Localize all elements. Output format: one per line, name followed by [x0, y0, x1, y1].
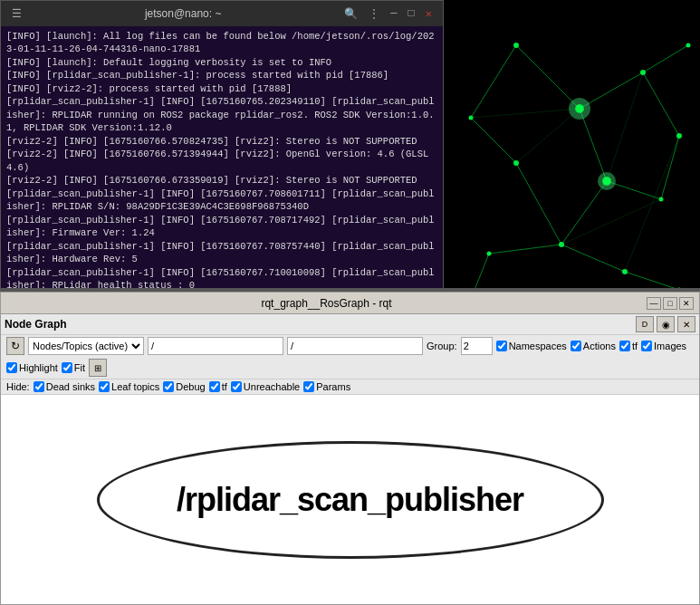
debug-checkbox-label[interactable]: Debug [163, 381, 205, 392]
rqt-canvas[interactable]: /rplidar_scan_publisher [1, 395, 699, 604]
images-checkbox[interactable] [641, 341, 652, 351]
hide-tf-label: tf [222, 381, 227, 392]
debug-label: Debug [176, 381, 205, 392]
terminal-output: [INFO] [launch]: All log files can be fo… [6, 30, 437, 307]
terminal-titlebar: ☰ jetson@nano: ~ 🔍 ⋮ — □ ✕ [1, 1, 443, 26]
unreachable-label: Unreachable [244, 381, 300, 392]
namespaces-checkbox[interactable] [496, 341, 507, 351]
svg-rect-0 [444, 0, 700, 308]
close-icon[interactable]: ✕ [422, 5, 436, 23]
actions-checkbox[interactable] [571, 341, 581, 351]
namespaces-label: Namespaces [509, 341, 567, 351]
terminal-menu-icon[interactable]: ☰ [8, 5, 25, 23]
params-checkbox[interactable] [303, 381, 314, 392]
hide-tf-checkbox-label[interactable]: tf [209, 381, 227, 392]
fit-checkbox-label[interactable]: Fit [62, 362, 85, 373]
display-mode-select[interactable]: Nodes/Topics (active) [28, 337, 144, 355]
fit-icon-button[interactable]: ⊞ [89, 359, 107, 377]
minimize-icon[interactable]: — [387, 5, 400, 23]
terminal-titlebar-left: ☰ [8, 5, 25, 23]
fit-label: Fit [74, 362, 85, 373]
images-label: Images [654, 341, 686, 351]
rqt-window-controls: — □ ✕ [647, 297, 694, 310]
leaf-topics-checkbox[interactable] [99, 381, 110, 392]
group-spinbox[interactable] [461, 337, 493, 355]
svg-point-26 [686, 43, 691, 48]
unreachable-checkbox[interactable] [231, 381, 242, 392]
terminal-menu-dots[interactable]: ⋮ [365, 5, 383, 23]
leaf-topics-label: Leaf topics [111, 381, 159, 392]
dead-sinks-checkbox[interactable] [34, 381, 44, 392]
filter2-input[interactable] [287, 337, 423, 355]
rqt-close-button[interactable]: ✕ [679, 297, 694, 310]
tf-checkbox-label[interactable]: tf [619, 341, 638, 351]
highlight-checkbox[interactable] [6, 362, 17, 373]
node-graph-header: Node Graph D ◉ ✕ [1, 314, 699, 335]
params-checkbox-label[interactable]: Params [303, 381, 350, 392]
svg-point-16 [513, 43, 519, 48]
panel-icons: D ◉ ✕ [636, 316, 695, 332]
filter1-input[interactable] [148, 337, 283, 355]
panel-icon-d[interactable]: D [636, 316, 654, 332]
debug-checkbox[interactable] [163, 381, 174, 392]
terminal-title: jetson@nano: ~ [25, 7, 340, 20]
search-icon[interactable]: 🔍 [340, 5, 361, 23]
network-svg [444, 0, 700, 308]
node-name-label: /rplidar_scan_publisher [177, 481, 523, 519]
refresh-button[interactable]: ↻ [6, 337, 24, 355]
rqt-minimize-button[interactable]: — [647, 297, 661, 310]
highlight-label: Highlight [19, 362, 58, 373]
svg-point-27 [487, 252, 492, 256]
dead-sinks-label: Dead sinks [46, 381, 95, 392]
panel-close-button[interactable]: ✕ [677, 316, 695, 332]
tf-label: tf [632, 341, 638, 351]
actions-label: Actions [583, 341, 616, 351]
network-background [444, 0, 700, 308]
toolbar-row-2: Hide: Dead sinks Leaf topics Debug tf Un… [1, 379, 699, 395]
rqt-maximize-button[interactable]: □ [663, 297, 677, 310]
terminal-window-controls: 🔍 ⋮ — □ ✕ [340, 5, 436, 23]
fit-checkbox[interactable] [62, 362, 72, 373]
terminal-window: ☰ jetson@nano: ~ 🔍 ⋮ — □ ✕ [INFO] [launc… [0, 0, 444, 308]
toolbar-row-1: ↻ Nodes/Topics (active) Group: Namespace… [1, 335, 699, 379]
rqt-title: rqt_graph__RosGraph - rqt [6, 297, 647, 310]
node-ellipse: /rplidar_scan_publisher [97, 441, 604, 559]
leaf-topics-checkbox-label[interactable]: Leaf topics [99, 381, 159, 392]
panel-float-button[interactable]: ◉ [657, 316, 675, 332]
node-graph-title: Node Graph [5, 318, 67, 331]
dead-sinks-checkbox-label[interactable]: Dead sinks [34, 381, 95, 392]
terminal-body: [INFO] [launch]: All log files can be fo… [1, 26, 443, 307]
tf-checkbox[interactable] [619, 341, 630, 351]
highlight-checkbox-label[interactable]: Highlight [6, 362, 58, 373]
namespaces-checkbox-label[interactable]: Namespaces [496, 341, 567, 351]
rqt-titlebar: rqt_graph__RosGraph - rqt — □ ✕ [1, 293, 699, 314]
group-label: Group: [427, 341, 457, 351]
images-checkbox-label[interactable]: Images [641, 341, 686, 351]
actions-checkbox-label[interactable]: Actions [571, 341, 616, 351]
maximize-icon[interactable]: □ [405, 5, 418, 23]
hide-label: Hide: [6, 381, 30, 392]
rqt-window: rqt_graph__RosGraph - rqt — □ ✕ Node Gra… [0, 292, 700, 605]
params-label: Params [316, 381, 350, 392]
hide-tf-checkbox[interactable] [209, 381, 220, 392]
unreachable-checkbox-label[interactable]: Unreachable [231, 381, 300, 392]
